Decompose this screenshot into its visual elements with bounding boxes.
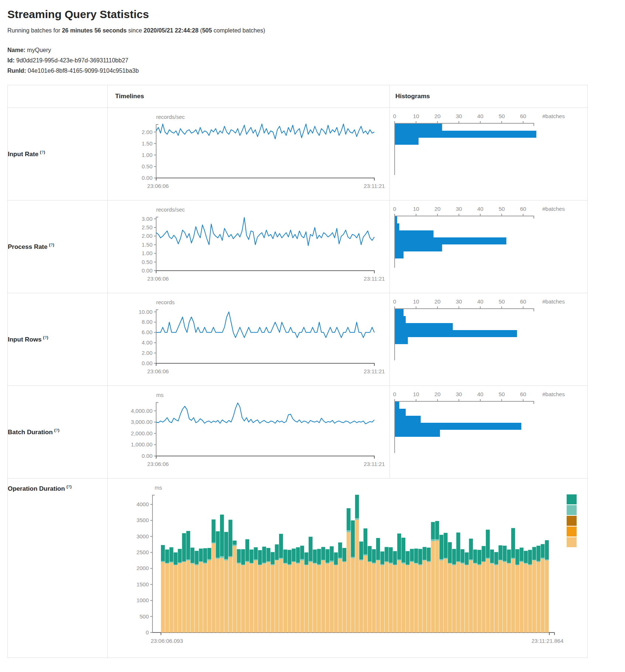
help-paren: ) [47,335,48,340]
timelines-header: Timelines [108,85,390,108]
operation-duration-label: Operation Duration(?) [8,479,108,658]
svg-text:10: 10 [413,113,419,119]
input-rate-timeline-chart: records/sec2.001.501.000.500.0023:06:062… [108,108,390,200]
svg-text:records/sec: records/sec [156,206,185,213]
svg-text:30: 30 [456,206,462,212]
input-rate-row: Input Rate(?) records/sec2.001.501.000.5… [8,108,588,200]
svg-text:4,000.00: 4,000.00 [131,408,152,414]
svg-text:23:11:21: 23:11:21 [364,183,385,189]
svg-text:23:06:06: 23:06:06 [147,183,169,189]
help-icon[interactable]: (?) [54,428,59,432]
svg-text:1,000.00: 1,000.00 [131,441,152,448]
completed-batches-count: 505 [202,27,212,34]
svg-text:60: 60 [520,113,526,119]
svg-text:0.00: 0.00 [142,267,152,274]
paren-open: ( [199,27,202,34]
svg-text:40: 40 [477,298,484,305]
help-icon[interactable]: (?) [66,484,72,489]
svg-text:40: 40 [477,206,484,212]
statistics-table: Timelines Histograms Input Rate(?) recor… [7,85,588,658]
batch-duration-timeline-chart: ms4,000.003,000.002,000.001,000.000.0023… [108,386,390,478]
svg-text:0.50: 0.50 [142,163,152,169]
operation-duration-chart-cell: ms4000350030002500200015001000500023:06:… [108,479,588,658]
svg-text:0: 0 [393,206,396,212]
help-paren: ) [53,243,54,247]
help-icon[interactable]: (?) [43,335,48,340]
svg-text:40: 40 [477,391,484,397]
query-metadata: Name: myQuery Id: 9d0dd219-995d-423e-b97… [7,45,618,76]
svg-text:20: 20 [435,206,441,212]
svg-text:ms: ms [155,484,162,491]
query-runid-label: RunId: [7,68,26,74]
page-title: Streaming Query Statistics [7,8,618,21]
svg-text:#batches: #batches [542,206,565,212]
svg-text:ms: ms [156,392,164,398]
input-rows-label: Input Rows(?) [8,293,108,386]
input-rows-timeline-cell: records10.008.006.004.002.000.0023:06:06… [108,293,390,386]
svg-text:3500: 3500 [137,517,149,523]
empty-header-cell [8,85,108,108]
row-label: Input Rate [8,151,38,158]
svg-text:4.00: 4.00 [142,339,152,346]
input-rows-histogram-chart: 0102030405060#batches [390,293,588,385]
help-icon[interactable]: (?) [49,243,54,247]
svg-text:40: 40 [477,113,484,119]
svg-text:23:11:21: 23:11:21 [364,275,385,282]
svg-text:50: 50 [499,113,505,119]
query-id-label: Id: [7,57,15,64]
svg-text:2500: 2500 [137,549,149,555]
input-rows-row: Input Rows(?) records10.008.006.004.002.… [8,293,588,386]
query-runid-row: RunId: 04e101e6-8bf8-4165-9099-9104c951b… [7,66,618,76]
query-id-value: 9d0dd219-995d-423e-b97d-36931110bb27 [16,57,128,64]
svg-text:0.50: 0.50 [142,259,152,265]
process-rate-row: Process Rate(?) records/sec3.002.502.001… [8,200,588,293]
running-duration: 26 minutes 56 seconds [62,27,127,34]
help-icon[interactable]: (?) [40,150,45,154]
svg-text:23:06:06.093: 23:06:06.093 [151,638,183,644]
help-paren: ) [44,150,45,154]
svg-text:1500: 1500 [137,581,149,587]
input-rate-label: Input Rate(?) [8,108,108,200]
process-rate-timeline-chart: records/sec3.002.502.001.501.000.500.002… [108,200,390,293]
svg-text:0: 0 [146,629,149,635]
help-paren: ) [70,484,72,489]
row-label: Input Rows [8,336,42,343]
svg-text:3.00: 3.00 [142,216,152,222]
batch-duration-row: Batch Duration(?) ms4,000.003,000.002,00… [8,386,588,479]
help-paren: ) [58,428,59,432]
svg-text:1.50: 1.50 [142,241,152,248]
svg-text:0: 0 [393,391,396,397]
input-rows-timeline-chart: records10.008.006.004.002.000.0023:06:06… [108,293,390,385]
query-name-row: Name: myQuery [7,45,618,55]
operation-duration-row: Operation Duration(?) ms4000350030002500… [8,479,588,658]
help-question: ? [41,150,44,154]
svg-text:23:11:21: 23:11:21 [364,368,385,374]
process-rate-histogram-chart: 0102030405060#batches [390,200,588,293]
batch-duration-label: Batch Duration(?) [8,386,108,479]
row-label: Operation Duration [8,485,65,492]
svg-text:23:06:06: 23:06:06 [147,275,169,282]
svg-text:0.00: 0.00 [142,175,152,181]
operation-duration-chart: ms4000350030002500200015001000500023:06:… [108,479,588,658]
svg-text:1000: 1000 [137,597,149,603]
svg-text:2.00: 2.00 [142,129,152,135]
svg-text:8.00: 8.00 [142,319,152,325]
completed-suffix: completed batches) [212,27,265,34]
svg-text:10: 10 [413,298,419,305]
svg-text:6.00: 6.00 [142,329,152,335]
svg-text:60: 60 [520,391,526,397]
svg-text:60: 60 [520,298,526,305]
svg-text:10: 10 [413,391,419,397]
svg-text:30: 30 [456,113,462,119]
svg-text:records: records [156,299,175,305]
batch-duration-histogram-cell: 0102030405060#batches [390,386,588,479]
svg-text:1.00: 1.00 [142,250,152,256]
query-name-value: myQuery [27,47,51,53]
input-rows-histogram-cell: 0102030405060#batches [390,293,588,386]
svg-text:1.00: 1.00 [142,152,152,158]
svg-text:10.00: 10.00 [138,309,152,315]
svg-text:2.50: 2.50 [142,224,152,230]
process-rate-histogram-cell: 0102030405060#batches [390,200,588,293]
start-timestamp: 2020/05/21 22:44:28 [144,27,199,34]
svg-text:23:06:06: 23:06:06 [147,368,169,374]
